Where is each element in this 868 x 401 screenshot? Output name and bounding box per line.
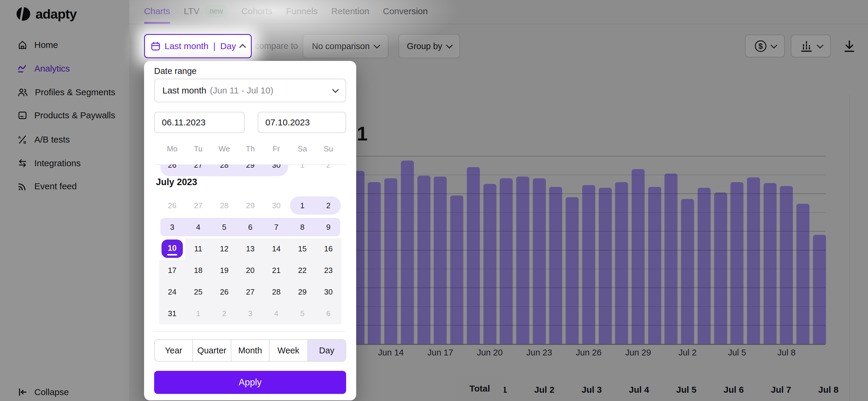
calendar-icon [151,41,160,51]
date-range-button[interactable]: Last month | Day [144,34,252,58]
selected-day-cell[interactable]: 10 [161,239,183,258]
calendar-day[interactable]: 1 [289,164,315,174]
weekday-label: Th [237,144,263,154]
calendar-day[interactable]: 24 [159,281,185,302]
calendar-day[interactable]: 15 [289,238,315,259]
weekday-label: We [211,144,237,154]
calendar-day[interactable]: 2 [315,195,341,216]
calendar-day[interactable]: 2 [211,303,237,324]
modal-backdrop[interactable] [0,0,868,401]
date-range-label: Date range [154,66,197,76]
calendar-day[interactable]: 30 [315,281,341,302]
calendar-day[interactable]: 30 [263,164,289,174]
calendar-day[interactable]: 4 [263,303,289,324]
calendar-day[interactable]: 26 [211,281,237,302]
calendar-day[interactable]: 5 [289,303,315,324]
footer-divider [154,332,346,332]
date-picker-popover: Date range Last month (Jun 11 - Jul 10) … [144,61,356,400]
calendar-day[interactable]: 27 [237,281,263,302]
calendar-day[interactable]: 17 [159,260,185,281]
calendar-day[interactable]: 1 [289,195,315,216]
chevron-up-icon [239,44,246,51]
calendar-day[interactable]: 25 [185,281,211,302]
calendar-day[interactable]: 4 [185,217,211,237]
calendar-day[interactable]: 6 [237,217,263,237]
weekday-label: Mo [159,144,185,154]
calendar-day[interactable]: 28 [211,195,237,216]
preset-select[interactable]: Last month (Jun 11 - Jul 10) [154,79,346,102]
calendar-day[interactable]: 27 [185,164,211,174]
granularity-quarter[interactable]: Quarter [192,340,230,361]
previous-month-partial-week: 262728293012 [154,164,346,177]
calendar-day[interactable]: 18 [185,260,211,281]
granularity-month[interactable]: Month [231,340,269,361]
calendar-day[interactable]: 30 [263,195,289,216]
calendar-day[interactable]: 20 [237,260,263,281]
calendar-month-label: July 2023 [156,177,197,188]
calendar-day[interactable]: 5 [211,217,237,237]
weekday-label: Tu [185,144,211,154]
calendar-day[interactable]: 3 [159,217,185,237]
calendar-day[interactable]: 31 [159,303,185,324]
apply-button[interactable]: Apply [154,371,346,394]
calendar-day[interactable]: 9 [315,217,341,237]
end-date-input[interactable]: 07.10.2023 [258,112,346,133]
start-date-input[interactable]: 06.11.2023 [154,112,245,133]
calendar-day[interactable]: 22 [289,260,315,281]
calendar-day[interactable]: 27 [185,195,211,216]
calendar-day[interactable]: 26 [159,164,185,174]
calendar-day[interactable]: 11 [185,238,211,259]
calendar-day[interactable]: 28 [211,164,237,174]
selected-day-underline [167,254,177,256]
granularity-segmented-control: Year Quarter Month Week Day [154,339,346,362]
calendar-day[interactable]: 7 [263,217,289,237]
granularity-year[interactable]: Year [155,340,192,361]
calendar-day[interactable]: 28 [263,281,289,302]
calendar-day[interactable]: 1 [185,303,211,324]
calendar-day[interactable]: 29 [289,281,315,302]
weekday-label: Fr [263,144,289,154]
calendar-day[interactable]: 6 [315,303,341,324]
calendar-day[interactable]: 29 [237,164,263,174]
calendar-day[interactable]: 14 [263,238,289,259]
date-range-granularity-label: Day [220,41,236,51]
chevron-down-icon [332,86,339,93]
date-range-preset-label: Last month [164,41,208,51]
preset-range-value: (Jun 11 - Jul 10) [210,86,273,96]
weekday-label: Sa [289,144,315,154]
calendar-day[interactable]: 29 [237,195,263,216]
calendar-day[interactable]: 8 [289,217,315,237]
calendar-day[interactable]: 3 [237,303,263,324]
calendar-day[interactable]: 16 [315,238,341,259]
calendar-day[interactable]: 21 [263,260,289,281]
calendar-day[interactable]: 2 [315,164,341,174]
calendar-day[interactable]: 13 [237,238,263,259]
calendar-day[interactable]: 12 [211,238,237,259]
date-range-separator: | [213,41,216,51]
weekday-label: Su [315,144,341,154]
preset-value: Last month [162,86,206,96]
end-date-value: 07.10.2023 [266,118,310,128]
calendar-day[interactable]: 19 [211,260,237,281]
selected-day-value: 10 [168,244,177,253]
calendar-day[interactable]: 26 [159,195,185,216]
granularity-day[interactable]: Day [307,340,345,361]
granularity-week[interactable]: Week [269,340,307,361]
start-date-value: 06.11.2023 [162,118,206,128]
calendar-day[interactable]: 23 [315,260,341,281]
